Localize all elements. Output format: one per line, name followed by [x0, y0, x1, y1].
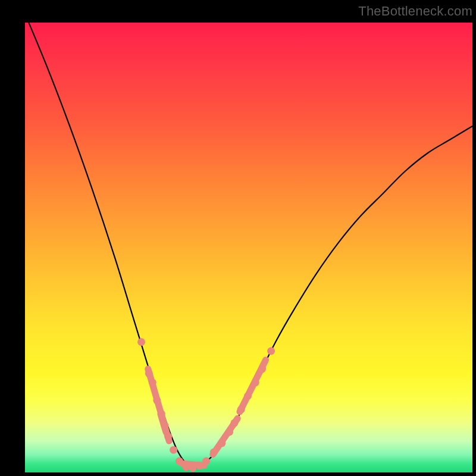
marker-dot: [267, 347, 275, 355]
marker-dot: [218, 439, 226, 447]
marker-dot: [170, 446, 177, 454]
marker-dot: [145, 369, 153, 377]
marker-dot: [182, 463, 190, 471]
marker-segments: [148, 360, 266, 466]
marker-dot: [226, 428, 233, 436]
marker-dot: [149, 378, 156, 386]
plot-area: [25, 23, 472, 472]
marker-dot: [161, 421, 168, 429]
marker-dot: [164, 433, 172, 440]
marker-dot: [137, 338, 145, 346]
marker-dot: [153, 397, 161, 405]
marker-dot: [244, 392, 252, 400]
chart-frame: TheBottleneck.com: [0, 0, 476, 476]
watermark-text: TheBottleneck.com: [358, 4, 472, 19]
marker-dot: [158, 410, 165, 418]
marker-dot: [258, 365, 266, 373]
chart-svg: [25, 23, 472, 472]
marker-dot: [202, 458, 210, 465]
marker-dot: [176, 458, 183, 465]
marker-dot: [196, 462, 203, 469]
marker-dot: [237, 406, 245, 414]
marker-dot: [210, 448, 218, 456]
marker-dot: [189, 464, 197, 472]
marker-dot: [230, 419, 238, 427]
marker-dot: [252, 378, 259, 386]
